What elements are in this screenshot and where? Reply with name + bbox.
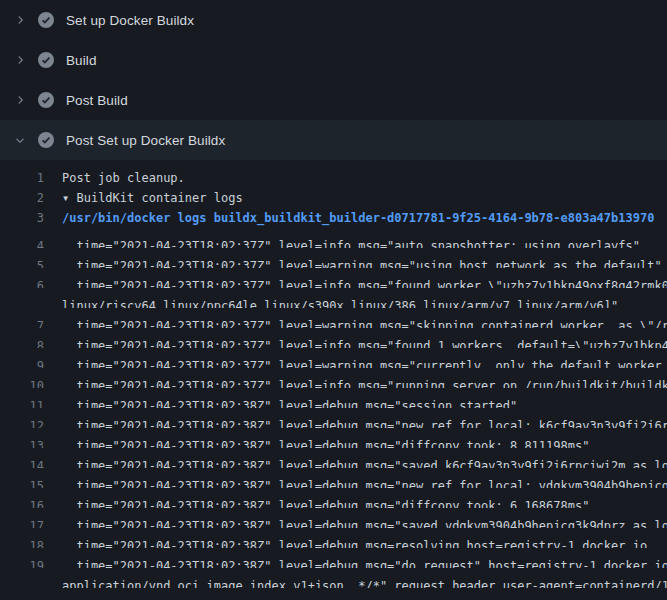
log-text: time="2021-04-23T18:02:37Z" level=info m…	[62, 239, 640, 248]
line-number[interactable]: 6	[0, 276, 44, 288]
line-number[interactable]: 13	[0, 436, 44, 448]
line-number[interactable]: 7	[0, 316, 44, 328]
log-line: 19 time="2021-04-23T18:02:38Z" level=deb…	[0, 548, 667, 568]
log-lines: 1 Post job cleanup. 2 ▾ BuildKit contain…	[0, 160, 667, 600]
line-number[interactable]: 10	[0, 376, 44, 388]
log-text: Post job cleanup.	[62, 171, 185, 185]
log-line: 12 time="2021-04-23T18:02:38Z" level=deb…	[0, 408, 667, 428]
section-header[interactable]: Build	[0, 40, 667, 80]
log-line: application/vnd.oci.image.index.v1+json,…	[0, 568, 667, 588]
line-number[interactable]: 5	[0, 256, 44, 268]
log-line: 10 time="2021-04-23T18:02:37Z" level=inf…	[0, 368, 667, 388]
log-text: time="2021-04-23T18:02:38Z" level=debug …	[62, 399, 517, 408]
line-number[interactable]: 15	[0, 476, 44, 488]
log-line: 16 time="2021-04-23T18:02:38Z" level=deb…	[0, 488, 667, 508]
log-text: time="2021-04-23T18:02:37Z" level=warnin…	[62, 259, 662, 268]
log-text: time="2021-04-23T18:02:38Z" level=debug …	[62, 499, 589, 508]
log-text: application/vnd.oci.image.index.v1+json,…	[62, 579, 667, 588]
log-line: 9 time="2021-04-23T18:02:37Z" level=warn…	[0, 348, 667, 368]
section-title: Post Set up Docker Buildx	[66, 133, 225, 148]
line-number[interactable]: 14	[0, 456, 44, 468]
log-text: time="2021-04-23T18:02:37Z" level=info m…	[62, 279, 667, 288]
line-number[interactable]: 11	[0, 396, 44, 408]
log-text: time="2021-04-23T18:02:38Z" level=debug …	[62, 519, 667, 528]
log-text: BuildKit container logs	[76, 191, 242, 205]
group-triangle-icon[interactable]: ▾	[62, 191, 76, 205]
log-line: 14 time="2021-04-23T18:02:38Z" level=deb…	[0, 448, 667, 468]
line-number[interactable]: 16	[0, 496, 44, 508]
line-number[interactable]: 19	[0, 556, 44, 568]
log-line: 18 time="2021-04-23T18:02:38Z" level=deb…	[0, 528, 667, 548]
line-number[interactable]: 17	[0, 516, 44, 528]
log-text: /usr/bin/docker logs buildx_buildkit_bui…	[62, 211, 654, 225]
line-number[interactable]: 4	[0, 236, 44, 248]
line-number[interactable]: 1	[0, 168, 44, 188]
workflow-log-viewer: Set up Docker Buildx Build P	[0, 0, 667, 600]
log-text: linux/riscv64 linux/ppc64le linux/s390x …	[62, 299, 618, 308]
line-number[interactable]: 20	[0, 596, 44, 600]
log-text: time="2021-04-23T18:02:37Z" level=warnin…	[62, 319, 667, 328]
section-header[interactable]: Post Set up Docker Buildx	[0, 120, 667, 160]
log-line: linux/riscv64 linux/ppc64le linux/s390x …	[0, 288, 667, 308]
log-line: 4 time="2021-04-23T18:02:37Z" level=info…	[0, 228, 667, 248]
line-number[interactable]	[0, 576, 44, 588]
log-line: 20 time="2021-04-23T18:02:38Z" level=deb…	[0, 588, 667, 600]
log-line: 5 time="2021-04-23T18:02:37Z" level=warn…	[0, 248, 667, 268]
check-circle-icon	[38, 52, 54, 68]
line-number[interactable]: 8	[0, 336, 44, 348]
line-number[interactable]: 9	[0, 356, 44, 368]
chevron-icon[interactable]	[12, 52, 28, 68]
log-line: 1 Post job cleanup.	[0, 168, 667, 188]
check-circle-icon	[38, 12, 54, 28]
section-title: Build	[66, 53, 97, 68]
log-line: 8 time="2021-04-23T18:02:37Z" level=info…	[0, 328, 667, 348]
log-text: time="2021-04-23T18:02:38Z" level=debug …	[62, 539, 647, 548]
log-text: time="2021-04-23T18:02:38Z" level=debug …	[62, 479, 667, 488]
log-line: 17 time="2021-04-23T18:02:38Z" level=deb…	[0, 508, 667, 528]
log-text: time="2021-04-23T18:02:37Z" level=info m…	[62, 379, 667, 388]
section-title: Post Build	[66, 93, 128, 108]
sections-list: Set up Docker Buildx Build P	[0, 0, 667, 160]
log-text: time="2021-04-23T18:02:38Z" level=debug …	[62, 459, 667, 468]
line-number[interactable]: 12	[0, 416, 44, 428]
log-line: 15 time="2021-04-23T18:02:38Z" level=deb…	[0, 468, 667, 488]
chevron-icon[interactable]	[12, 92, 28, 108]
chevron-icon[interactable]	[12, 132, 28, 148]
line-number[interactable]	[0, 296, 44, 308]
log-line: 7 time="2021-04-23T18:02:37Z" level=warn…	[0, 308, 667, 328]
log-text: time="2021-04-23T18:02:37Z" level=warnin…	[62, 359, 667, 368]
section-header[interactable]: Set up Docker Buildx	[0, 0, 667, 40]
log-text: time="2021-04-23T18:02:38Z" level=debug …	[62, 439, 589, 448]
log-line: 3 /usr/bin/docker logs buildx_buildkit_b…	[0, 208, 667, 228]
check-circle-icon	[38, 92, 54, 108]
check-circle-icon	[38, 132, 54, 148]
chevron-icon[interactable]	[12, 12, 28, 28]
section-header[interactable]: Post Build	[0, 80, 667, 120]
log-line: 13 time="2021-04-23T18:02:38Z" level=deb…	[0, 428, 667, 448]
log-line: 11 time="2021-04-23T18:02:38Z" level=deb…	[0, 388, 667, 408]
log-text: time="2021-04-23T18:02:38Z" level=debug …	[62, 559, 667, 568]
line-number[interactable]: 3	[0, 208, 44, 228]
section-title: Set up Docker Buildx	[66, 13, 194, 28]
log-text: time="2021-04-23T18:02:37Z" level=info m…	[62, 339, 667, 348]
line-number[interactable]: 2	[0, 188, 44, 208]
log-text: time="2021-04-23T18:02:38Z" level=debug …	[62, 419, 667, 428]
line-number[interactable]: 18	[0, 536, 44, 548]
log-line: 6 time="2021-04-23T18:02:37Z" level=info…	[0, 268, 667, 288]
log-line: 2 ▾ BuildKit container logs	[0, 188, 667, 208]
